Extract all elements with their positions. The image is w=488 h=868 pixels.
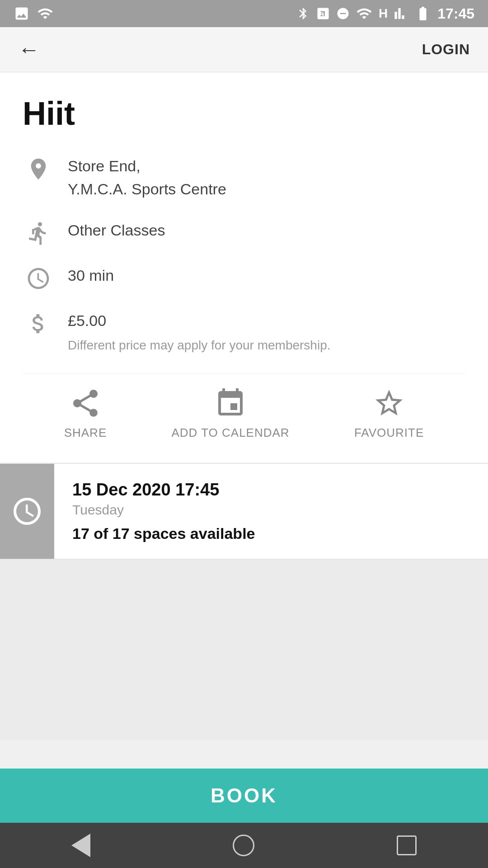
class-details: Hiit Store End, Y.M.C.A. Sports Centre bbox=[0, 72, 488, 462]
status-bar: H 17:45 bbox=[0, 0, 488, 27]
add-to-calendar-button[interactable]: ADD TO CALENDAR bbox=[172, 387, 290, 440]
signal-icon bbox=[37, 5, 53, 22]
duration-text: 30 min bbox=[68, 264, 114, 287]
location-text: Store End, Y.M.C.A. Sports Centre bbox=[68, 155, 226, 201]
status-icons-left bbox=[14, 5, 53, 22]
price-icon bbox=[23, 309, 54, 336]
status-time: 17:45 bbox=[437, 5, 474, 22]
login-button[interactable]: LOGIN bbox=[422, 41, 470, 58]
back-button[interactable]: ← bbox=[18, 39, 40, 61]
category-row: Other Classes bbox=[23, 219, 465, 246]
session-datetime: 15 Dec 2020 17:45 bbox=[72, 480, 470, 500]
favourite-button[interactable]: FAVOURITE bbox=[354, 387, 424, 440]
bluetooth-icon bbox=[296, 7, 310, 20]
share-label: SHARE bbox=[64, 426, 107, 440]
location-icon bbox=[23, 155, 54, 182]
duration-icon bbox=[23, 264, 54, 291]
share-button[interactable]: SHARE bbox=[64, 387, 107, 440]
dnd-icon bbox=[336, 7, 350, 20]
book-button[interactable]: BOOK bbox=[0, 769, 488, 823]
session-info: 15 Dec 2020 17:45 Tuesday 17 of 17 space… bbox=[54, 464, 488, 559]
action-row: SHARE ADD TO CALENDAR FAVOURITE bbox=[23, 373, 465, 444]
favourite-icon bbox=[373, 387, 405, 420]
session-icon-col bbox=[0, 464, 54, 559]
session-spaces: 17 of 17 spaces available bbox=[72, 525, 470, 542]
wifi-icon bbox=[356, 5, 372, 22]
add-to-calendar-label: ADD TO CALENDAR bbox=[172, 426, 290, 440]
gray-fill-area bbox=[0, 559, 488, 740]
price-row: £5.00 Different price may apply for your… bbox=[23, 309, 465, 355]
price-text: £5.00 Different price may apply for your… bbox=[68, 309, 331, 355]
share-icon bbox=[69, 387, 102, 420]
session-day: Tuesday bbox=[72, 502, 470, 518]
category-icon bbox=[23, 219, 54, 246]
h-indicator: H bbox=[379, 6, 388, 21]
location-row: Store End, Y.M.C.A. Sports Centre bbox=[23, 155, 465, 201]
nfc-icon bbox=[316, 7, 330, 20]
favourite-label: FAVOURITE bbox=[354, 426, 424, 440]
calendar-icon bbox=[214, 387, 247, 420]
class-title: Hiit bbox=[23, 95, 465, 132]
session-card: 15 Dec 2020 17:45 Tuesday 17 of 17 space… bbox=[0, 463, 488, 559]
top-nav: ← LOGIN bbox=[0, 27, 488, 72]
status-icons-right: H 17:45 bbox=[296, 5, 474, 22]
clock-icon bbox=[11, 495, 43, 528]
book-label: BOOK bbox=[211, 784, 277, 807]
bottom-nav bbox=[0, 823, 488, 868]
signal-bars-icon bbox=[394, 6, 408, 21]
battery-icon bbox=[415, 5, 431, 22]
duration-row: 30 min bbox=[23, 264, 465, 291]
home-nav-button[interactable] bbox=[233, 835, 254, 856]
recents-nav-button[interactable] bbox=[397, 835, 417, 855]
category-text: Other Classes bbox=[68, 219, 165, 242]
image-icon bbox=[14, 5, 30, 22]
back-nav-button[interactable] bbox=[71, 834, 90, 857]
